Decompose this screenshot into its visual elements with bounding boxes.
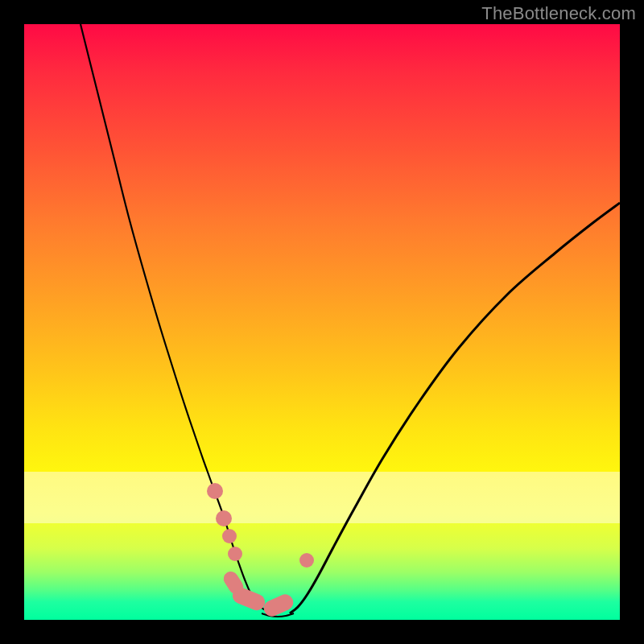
series-right-curve (290, 203, 620, 613)
markers-group (207, 483, 314, 619)
chart-frame: TheBottleneck.com (0, 0, 644, 644)
data-marker (222, 529, 237, 543)
plot-area (24, 24, 620, 620)
data-marker (228, 547, 242, 561)
data-marker (299, 553, 314, 568)
left-curve-path (80, 24, 274, 613)
data-marker (216, 510, 232, 526)
right-curve-path (290, 203, 620, 613)
data-marker (207, 483, 223, 499)
series-left-curve (80, 24, 274, 613)
chart-svg (24, 24, 620, 620)
watermark-text: TheBottleneck.com (481, 3, 636, 24)
